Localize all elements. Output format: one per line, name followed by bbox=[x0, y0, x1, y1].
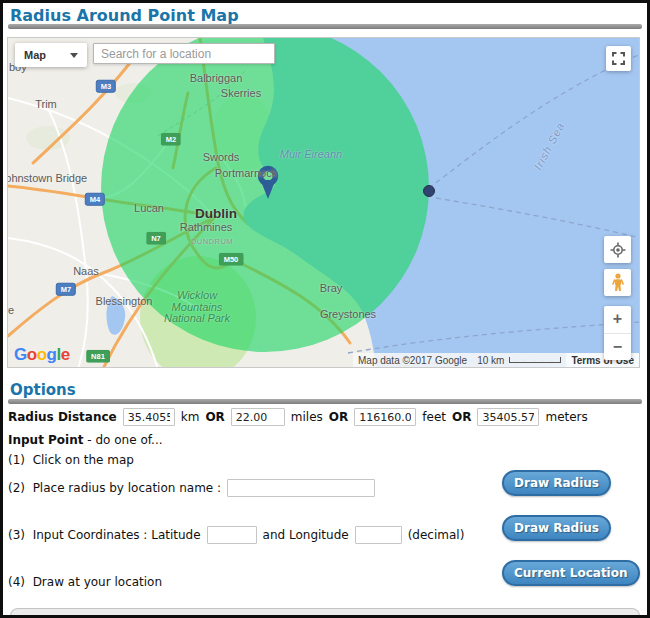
option-2-label: (2) Place radius by location name : bbox=[8, 481, 221, 495]
radius-around-point-page: Radius Around Point Map bbox=[0, 0, 650, 618]
map-label-skerries: Skerries bbox=[221, 87, 261, 99]
map-type-label: Map bbox=[24, 49, 46, 61]
current-location-button[interactable]: Current Location bbox=[502, 560, 640, 586]
decimal-hint-label: (decimal) bbox=[408, 528, 465, 542]
map-label-greystones: Greystones bbox=[320, 308, 376, 320]
radius-km-input[interactable] bbox=[123, 408, 175, 426]
pegman-icon bbox=[612, 273, 624, 292]
radius-resize-handle[interactable] bbox=[424, 186, 435, 197]
input-point-row: Input Point - do one of... bbox=[8, 433, 163, 447]
map-label-dundrum: DUNDRUM bbox=[191, 237, 233, 246]
road-badge-m50: M50 bbox=[219, 253, 244, 266]
road-badge-n7: N7 bbox=[146, 232, 166, 245]
map-label-bray: Bray bbox=[320, 282, 343, 294]
radius-distance-label: Radius Distance bbox=[8, 410, 117, 424]
map-scale: 10 km bbox=[472, 353, 566, 367]
map-label-swords: Swords bbox=[203, 151, 240, 163]
location-name-input[interactable] bbox=[227, 479, 375, 497]
radius-distance-row: Radius Distance km OR miles OR feet OR m… bbox=[8, 408, 588, 426]
input-point-rest: - do one of... bbox=[84, 433, 163, 447]
map-label-portmarnock: Portmarnock bbox=[215, 167, 277, 179]
option-2-row: (2) Place radius by location name : bbox=[8, 479, 375, 497]
or-label: OR bbox=[329, 410, 348, 424]
map-label-balbriggan: Balbriggan bbox=[190, 72, 243, 84]
next-section-panel bbox=[10, 608, 640, 618]
scale-bar bbox=[509, 357, 561, 363]
input-point-label: Input Point bbox=[8, 433, 84, 447]
map-label-blessington: Blessington bbox=[96, 295, 153, 307]
map-region[interactable]: boy M3 Trim Balbriggan Skerries M2 Sword… bbox=[7, 37, 640, 368]
map-label-trim: Trim bbox=[35, 98, 57, 110]
option-3-row: (3) Input Coordinates : Latitude and Lon… bbox=[8, 526, 464, 544]
map-label-rathmines: Rathmines bbox=[180, 221, 233, 233]
page-title: Radius Around Point Map bbox=[10, 6, 239, 25]
option-4-label: (4) Draw at your location bbox=[8, 575, 162, 589]
road-badge-m7: M7 bbox=[56, 283, 76, 296]
map-label-wicklow-park: Wicklow Mountains National Park bbox=[155, 290, 239, 325]
zoom-out-button[interactable]: − bbox=[604, 334, 631, 361]
scale-label: 10 km bbox=[477, 355, 504, 366]
option-1-label: (1) Click on the map bbox=[8, 453, 134, 467]
chevron-down-icon bbox=[70, 53, 78, 58]
fullscreen-icon bbox=[612, 52, 625, 65]
my-location-button[interactable] bbox=[604, 236, 631, 263]
map-type-dropdown[interactable]: Map bbox=[15, 43, 87, 67]
zoom-in-button[interactable]: + bbox=[604, 306, 631, 334]
miles-unit-label: miles bbox=[291, 410, 323, 424]
draw-radius-by-coords-button[interactable]: Draw Radius bbox=[502, 515, 611, 541]
km-unit-label: km bbox=[181, 410, 200, 424]
option-3-label: (3) Input Coordinates : Latitude bbox=[8, 528, 201, 542]
search-input[interactable] bbox=[93, 43, 275, 64]
feet-unit-label: feet bbox=[422, 410, 446, 424]
option-1-row: (1) Click on the map bbox=[8, 453, 134, 467]
map-attribution-bar: Map data ©2017 Google 10 km Terms of Use bbox=[353, 353, 639, 367]
radius-miles-input[interactable] bbox=[231, 408, 285, 426]
latitude-input[interactable] bbox=[207, 526, 257, 544]
zoom-control: + − bbox=[604, 306, 631, 360]
and-longitude-label: and Longitude bbox=[263, 528, 349, 542]
my-location-icon bbox=[610, 242, 626, 258]
map-data-attribution: Map data ©2017 Google bbox=[353, 353, 472, 367]
radius-feet-input[interactable] bbox=[354, 408, 416, 426]
draw-radius-by-name-button[interactable]: Draw Radius bbox=[502, 470, 611, 496]
map-label-dublin: Dublin bbox=[195, 206, 237, 221]
map-label-muir-eireann: Muir Éireann bbox=[280, 148, 342, 160]
road-badge-m4: M4 bbox=[85, 193, 105, 206]
radius-meters-input[interactable] bbox=[477, 408, 539, 426]
or-label: OR bbox=[205, 410, 224, 424]
longitude-input[interactable] bbox=[355, 526, 402, 544]
map-label-naas: Naas bbox=[73, 265, 99, 277]
fullscreen-button[interactable] bbox=[606, 46, 631, 71]
option-4-row: (4) Draw at your location bbox=[8, 575, 162, 589]
or-label: OR bbox=[452, 410, 471, 424]
map-label-kildare: Kildare bbox=[7, 304, 14, 316]
meters-unit-label: meters bbox=[545, 410, 587, 424]
road-badge-m2: M2 bbox=[161, 133, 181, 146]
map-label-lucan: Lucan bbox=[134, 202, 164, 214]
title-divider bbox=[8, 24, 642, 29]
options-title: Options bbox=[10, 381, 76, 399]
options-divider bbox=[8, 399, 642, 404]
map-label-johnstown-bridge: Johnstown Bridge bbox=[7, 171, 91, 185]
road-badge-m3: M3 bbox=[96, 80, 116, 93]
pegman-button[interactable] bbox=[604, 269, 631, 296]
road-badge-n81: N81 bbox=[86, 350, 110, 363]
google-logo: Google bbox=[14, 345, 70, 365]
